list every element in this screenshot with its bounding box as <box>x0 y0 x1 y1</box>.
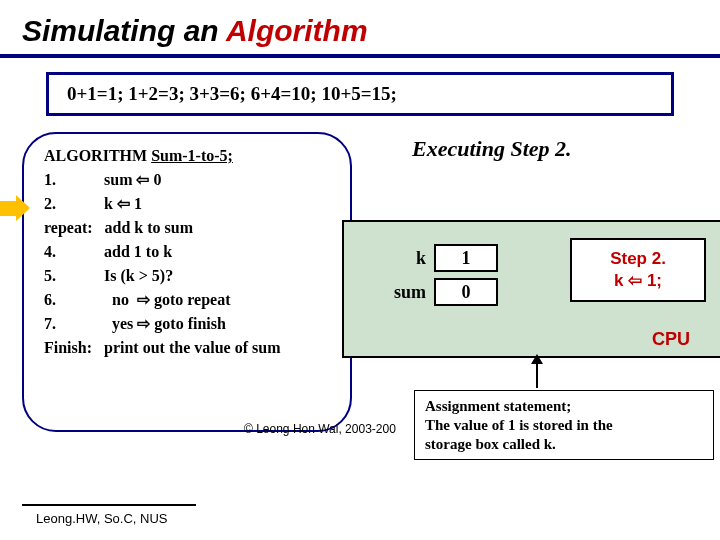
cpu-box: k 1 sum 0 Step 2. k ⇦ 1; CPU <box>342 220 720 358</box>
var-value-k: 1 <box>434 244 498 272</box>
arrow-up-icon <box>536 362 538 388</box>
algorithm-box: ALGORITHM Sum-1-to-5; 1. sum ⇦ 0 2. k ⇦ … <box>22 132 352 432</box>
executing-label: Executing Step 2. <box>412 136 572 162</box>
step-box-line1: Step 2. <box>572 248 704 270</box>
algo-line-repeat: repeat: add k to sum <box>44 216 336 240</box>
algo-line-7: 7. yes ⇨ goto finish <box>44 312 336 336</box>
assignment-explainer: Assignment statement; The value of 1 is … <box>414 390 714 460</box>
trace-box: 0+1=1; 1+2=3; 3+3=6; 6+4=10; 10+5=15; <box>46 72 674 116</box>
assign-line-3: storage box called k. <box>425 435 703 454</box>
algo-line-5: 5. Is (k > 5)? <box>44 264 336 288</box>
title-red: Algorithm <box>226 14 368 47</box>
footer-text: Leong.HW, So.C, NUS <box>36 511 168 526</box>
cpu-label: CPU <box>652 329 690 350</box>
step-box: Step 2. k ⇦ 1; <box>570 238 706 302</box>
algo-line-finish: Finish: print out the value of sum <box>44 336 336 360</box>
variable-table: k 1 sum 0 <box>378 244 498 312</box>
step-box-line2: k ⇦ 1; <box>572 270 704 292</box>
current-step-arrow-icon <box>0 198 30 218</box>
content-area: ALGORITHM Sum-1-to-5; 1. sum ⇦ 0 2. k ⇦ … <box>22 132 698 472</box>
var-row-k: k 1 <box>378 244 498 272</box>
title-pre: Simulating an <box>22 14 226 47</box>
footer-divider <box>22 504 196 506</box>
title-underline <box>0 54 720 58</box>
var-label-k: k <box>378 248 426 269</box>
assign-line-2: The value of 1 is stored in the <box>425 416 703 435</box>
algo-line-6: 6. no ⇨ goto repeat <box>44 288 336 312</box>
var-value-sum: 0 <box>434 278 498 306</box>
assign-line-1: Assignment statement; <box>425 397 703 416</box>
copyright-text: © Leong Hon Wai, 2003-200 <box>244 422 396 436</box>
algo-line-4: 4. add 1 to k <box>44 240 336 264</box>
var-label-sum: sum <box>378 282 426 303</box>
algo-line-1: 1. sum ⇦ 0 <box>44 168 336 192</box>
algo-line-2: 2. k ⇦ 1 <box>44 192 336 216</box>
var-row-sum: sum 0 <box>378 278 498 306</box>
algo-header: ALGORITHM Sum-1-to-5; <box>44 144 336 168</box>
slide-title: Simulating an Algorithm <box>22 14 698 48</box>
